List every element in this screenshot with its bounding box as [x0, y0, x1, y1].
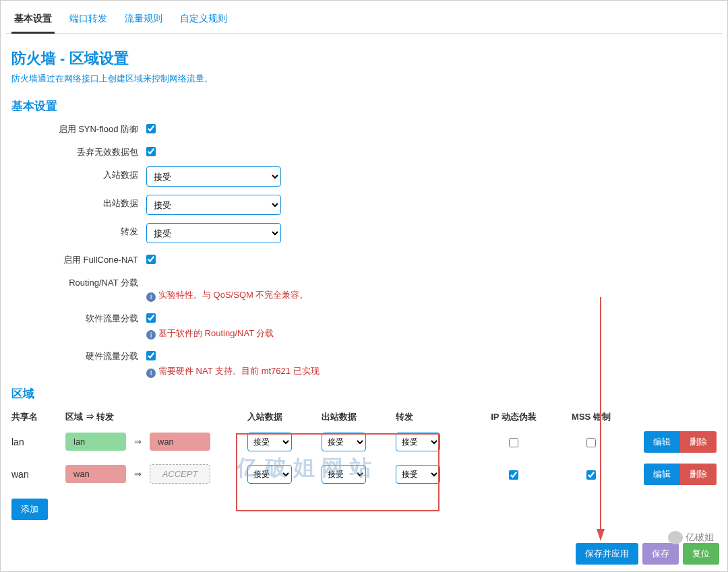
add-button[interactable]: 添加 [11, 499, 48, 520]
wan-mss-checkbox[interactable] [586, 470, 596, 480]
drop-checkbox[interactable] [146, 147, 156, 156]
zone-name: wan [11, 469, 65, 480]
lan-output-select[interactable]: 接受 [322, 433, 366, 451]
label-output: 出站数据 [11, 195, 146, 210]
col-in: 入站数据 [247, 411, 322, 423]
col-fw: 转发 [396, 411, 470, 423]
lan-mss-checkbox[interactable] [586, 438, 596, 447]
label-fullcone: 启用 FullCone-NAT [11, 251, 146, 266]
label-hardflow: 硬件流量分载 [11, 348, 146, 362]
tab-traffic[interactable]: 流量规则 [122, 9, 165, 33]
wechat-watermark: 亿破姐 [668, 531, 714, 544]
tab-custom[interactable]: 自定义规则 [177, 9, 230, 33]
hardflow-checkbox[interactable] [146, 351, 156, 360]
wechat-icon [668, 531, 683, 544]
arrow-icon: ⇒ [134, 437, 142, 447]
input-select[interactable]: 接受 [146, 166, 281, 187]
page-desc: 防火墙通过在网络接口上创建区域来控制网络流量。 [11, 73, 722, 85]
tab-portfwd[interactable]: 端口转发 [67, 9, 110, 33]
output-select[interactable]: 接受 [146, 195, 281, 215]
zone-table-header: 共享名 区域 ⇒ 转发 入站数据 出站数据 转发 IP 动态伪装 MSS 钳制 [6, 408, 722, 426]
reset-button[interactable]: 复位 [683, 543, 719, 565]
col-out: 出站数据 [322, 411, 396, 423]
lan-forward-select[interactable]: 接受 [396, 433, 440, 451]
section-basic-header: 基本设置 [11, 98, 722, 114]
label-routing: Routing/NAT 分载 [11, 274, 146, 289]
lan-masq-checkbox[interactable] [509, 438, 518, 447]
synflood-checkbox[interactable] [146, 124, 156, 133]
lan-input-select[interactable]: 接受 [247, 433, 292, 451]
col-masq: IP 动态伪装 [470, 411, 557, 423]
label-synflood: 启用 SYN-flood 防御 [11, 121, 146, 135]
hint-softflow: i基于软件的 Routing/NAT 分载 [146, 327, 722, 340]
tab-basic[interactable]: 基本设置 [11, 9, 55, 34]
wan-input-select[interactable]: 接受 [247, 465, 292, 484]
footer-buttons: 保存并应用 保存 复位 [576, 543, 719, 565]
col-mss: MSS 钳制 [557, 411, 625, 423]
zone-row-wan: wan wan ⇒ ACCEPT 接受 接受 接受 编辑 删除 [6, 458, 722, 490]
col-fwd: 区域 ⇒ 转发 [65, 411, 247, 423]
edit-button[interactable]: 编辑 [644, 464, 680, 485]
zone-row-lan: lan lan ⇒ wan 接受 接受 接受 编辑 删除 [6, 426, 722, 458]
col-name: 共享名 [11, 411, 65, 423]
arrow-icon: ⇒ [134, 469, 142, 479]
hint-hardflow: i需要硬件 NAT 支持。目前 mt7621 已实现 [146, 365, 722, 378]
wan-forward-select[interactable]: 接受 [396, 465, 440, 484]
tab-bar: 基本设置 端口转发 流量规则 自定义规则 [6, 3, 722, 34]
zone-badge-lan: lan [65, 433, 126, 451]
info-icon: i [146, 292, 156, 302]
zone-badge-wan: wan [65, 465, 126, 483]
label-forward: 转发 [11, 223, 146, 238]
zone-table: 共享名 区域 ⇒ 转发 入站数据 出站数据 转发 IP 动态伪装 MSS 钳制 … [6, 408, 722, 490]
wan-masq-checkbox[interactable] [509, 470, 518, 480]
section-zone-header: 区域 [11, 386, 722, 402]
save-button[interactable]: 保存 [642, 543, 679, 565]
basic-form: 启用 SYN-flood 防御 丢弃无效数据包 入站数据 接受 出站数据 接受 … [11, 121, 722, 378]
fullcone-checkbox[interactable] [146, 255, 156, 264]
delete-button[interactable]: 删除 [680, 464, 717, 485]
page-title: 防火墙 - 区域设置 [11, 49, 722, 69]
info-icon: i [146, 330, 156, 340]
wan-output-select[interactable]: 接受 [322, 465, 366, 484]
label-input: 入站数据 [11, 166, 146, 181]
save-apply-button[interactable]: 保存并应用 [576, 543, 638, 565]
zone-badge-accept: ACCEPT [150, 464, 210, 484]
zone-badge-wan: wan [150, 433, 210, 451]
zone-name: lan [11, 437, 65, 447]
label-drop: 丢弃无效数据包 [11, 144, 146, 158]
info-icon: i [146, 369, 156, 378]
edit-button[interactable]: 编辑 [644, 431, 680, 453]
delete-button[interactable]: 删除 [680, 431, 717, 453]
softflow-checkbox[interactable] [146, 313, 156, 323]
forward-select[interactable]: 接受 [146, 223, 281, 243]
label-softflow: 软件流量分载 [11, 310, 146, 325]
hint-routing: i实验特性。与 QoS/SQM 不完全兼容。 [146, 289, 722, 302]
